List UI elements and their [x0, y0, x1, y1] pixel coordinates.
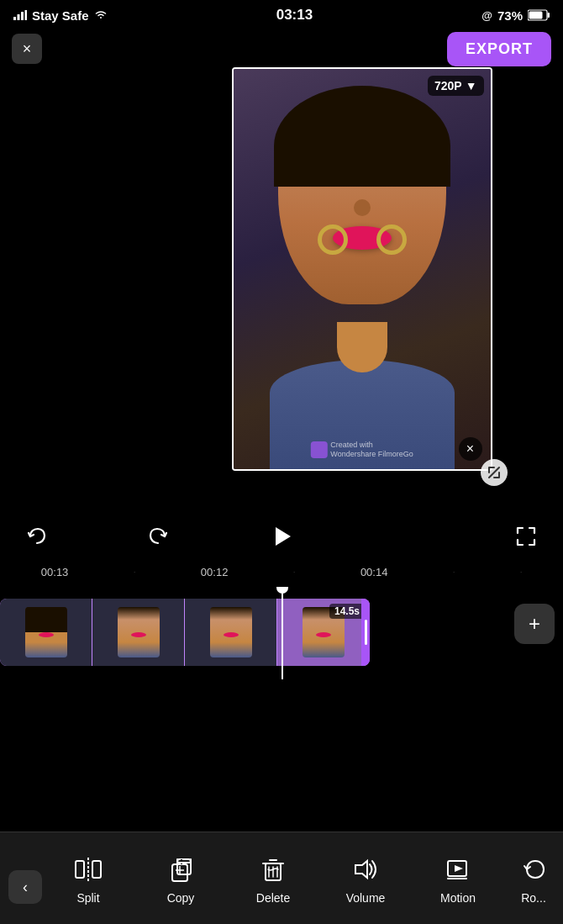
rotate-label: Ro... [521, 891, 546, 905]
thumb-lips-3 [224, 632, 239, 637]
watermark-text: Created with Wondershare FilmoreGo [330, 441, 413, 459]
fullscreen-icon [514, 525, 538, 548]
svg-rect-8 [76, 861, 84, 878]
video-strip[interactable]: 14.5s [0, 599, 370, 666]
redo-icon [146, 525, 170, 548]
strip-thumb-1 [0, 599, 92, 666]
split-icon [71, 853, 105, 886]
export-button[interactable]: EXPORT [447, 32, 551, 66]
resolution-text: 720P [434, 79, 462, 92]
neck [337, 322, 387, 372]
svg-marker-7 [276, 527, 291, 546]
redo-button[interactable] [141, 520, 175, 553]
svg-rect-5 [548, 13, 550, 18]
dot-1: · [134, 568, 135, 576]
toolbar-item-volume[interactable]: Volume [319, 832, 412, 924]
delete-label: Delete [256, 891, 290, 905]
playback-controls [0, 513, 563, 560]
bottom-toolbar: ‹ Split Copy [0, 832, 563, 924]
svg-marker-19 [355, 861, 367, 878]
rotate-icon [517, 853, 550, 886]
play-icon [266, 520, 297, 552]
play-button[interactable] [261, 516, 302, 557]
drag-handle-line [365, 620, 367, 645]
playhead-top [276, 587, 288, 594]
copy-label: Copy [167, 891, 195, 905]
timestamp-1: 00:13 [41, 566, 69, 578]
svg-rect-0 [13, 17, 16, 20]
svg-rect-3 [25, 10, 28, 20]
toolbar-item-split[interactable]: Split [42, 832, 134, 924]
toolbar-item-delete[interactable]: Delete [227, 832, 319, 924]
thumb-mini-1 [25, 607, 67, 657]
right-earring [376, 224, 407, 255]
toolbar-item-motion[interactable]: Motion [412, 832, 504, 924]
timestamp-2: 00:12 [201, 566, 229, 578]
thumb-mini-3 [210, 607, 252, 657]
location-icon: @ [481, 9, 492, 22]
video-close-button[interactable]: × [459, 437, 482, 461]
carrier-name: Stay Safe [32, 8, 89, 23]
strip-thumb-4: 14.5s [277, 599, 370, 666]
motion-icon [441, 853, 475, 886]
timestamp-3: 00:14 [360, 566, 388, 578]
top-controls: × EXPORT [0, 30, 563, 67]
toolbar-item-copy[interactable]: Copy [134, 832, 227, 924]
split-label: Split [76, 891, 99, 905]
dot-3: · [453, 568, 455, 576]
wifi-icon [94, 10, 108, 20]
svg-rect-9 [92, 861, 101, 878]
video-preview-area: 720P ▼ Created with Wondershare FilmoreG… [0, 67, 563, 513]
status-time: 03:13 [276, 7, 313, 24]
back-button[interactable]: ‹ [8, 870, 42, 904]
strip-thumb-2 [92, 599, 185, 666]
watermark: Created with Wondershare FilmoreGo [310, 441, 413, 459]
thumb-lips-4 [316, 632, 331, 637]
toolbar-item-rotate[interactable]: Ro... [504, 832, 563, 924]
svg-rect-2 [21, 12, 24, 20]
undo-button[interactable] [20, 520, 54, 553]
video-preview: 720P ▼ Created with Wondershare FilmoreG… [232, 67, 492, 471]
status-left: Stay Safe [13, 8, 108, 23]
fullscreen-button[interactable] [509, 520, 543, 553]
delete-icon [256, 853, 290, 886]
resize-handle[interactable] [481, 459, 508, 486]
signal-icon [13, 10, 27, 20]
svg-rect-1 [18, 14, 20, 20]
resolution-badge[interactable]: 720P ▼ [428, 76, 484, 96]
volume-icon [349, 853, 382, 886]
close-button[interactable]: × [12, 34, 42, 64]
strip-thumb-3 [185, 599, 277, 666]
undo-icon [25, 525, 49, 548]
thumb-lips-1 [39, 632, 54, 637]
thumb-mini-2 [118, 607, 160, 657]
resolution-chevron: ▼ [466, 79, 477, 92]
copy-icon [164, 853, 197, 886]
left-earring [318, 224, 348, 255]
nose [354, 199, 371, 216]
volume-label: Volume [346, 891, 386, 905]
svg-marker-21 [455, 865, 463, 872]
drag-handle[interactable] [361, 599, 370, 666]
playhead [282, 587, 283, 679]
timeline-timestamps: 00:13 · 00:12 · 00:14 · · [0, 560, 563, 583]
svg-rect-6 [529, 12, 543, 19]
dot-4: · [520, 568, 522, 576]
dot-2: · [293, 568, 295, 576]
battery-percent: 73% [497, 8, 523, 23]
portrait-bg [234, 69, 491, 469]
motion-label: Motion [440, 891, 476, 905]
thumb-hair-1 [25, 607, 67, 632]
duration-badge: 14.5s [329, 604, 365, 619]
video-preview-container: 720P ▼ Created with Wondershare FilmoreG… [232, 67, 492, 471]
timeline-area: 14.5s + [0, 587, 563, 679]
status-right: @ 73% [481, 8, 550, 23]
resize-icon [487, 466, 501, 479]
battery-icon [528, 9, 550, 21]
status-bar: Stay Safe 03:13 @ 73% [0, 0, 563, 30]
watermark-logo [310, 441, 327, 458]
add-button[interactable]: + [514, 604, 555, 644]
timeline-track[interactable]: 14.5s [0, 599, 513, 666]
thumb-lips-2 [131, 632, 146, 637]
